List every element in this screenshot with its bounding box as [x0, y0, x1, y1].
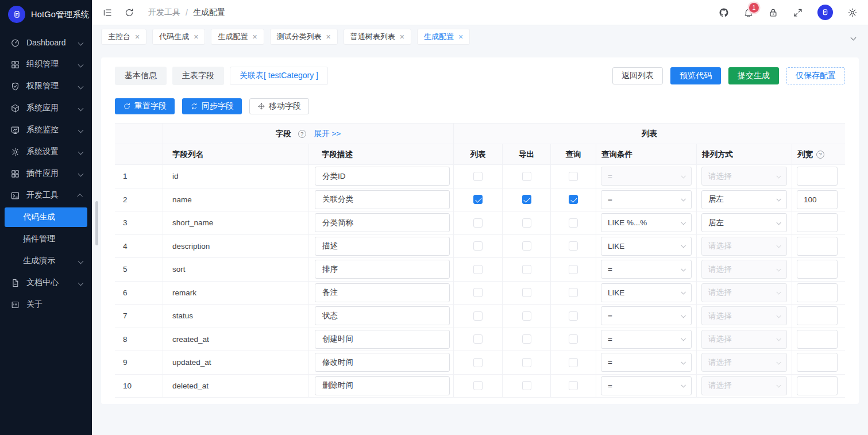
reset-fields-button[interactable]: 重置字段 — [115, 98, 175, 114]
align-select[interactable]: 请选择 — [701, 283, 787, 302]
query-condition-select[interactable]: LIKE — [601, 283, 692, 302]
help-icon[interactable]: ? — [816, 151, 824, 159]
user-avatar[interactable] — [817, 5, 833, 20]
field-desc-input[interactable] — [315, 330, 450, 349]
query-condition-select[interactable]: = — [601, 306, 692, 325]
query-checkbox[interactable] — [569, 195, 578, 204]
query-condition-select[interactable]: = — [601, 353, 692, 372]
export-checkbox[interactable] — [522, 265, 531, 274]
align-select[interactable]: 居左 — [701, 190, 787, 209]
sidebar-item[interactable]: 文档中心 — [0, 272, 92, 294]
field-desc-input[interactable] — [315, 306, 450, 325]
close-icon[interactable]: × — [252, 34, 257, 40]
page-tab[interactable]: 代码生成 × — [152, 29, 205, 45]
list-checkbox[interactable] — [473, 334, 483, 344]
page-tab[interactable]: 生成配置 × — [417, 29, 470, 45]
align-select[interactable]: 请选择 — [701, 237, 787, 256]
page-tab[interactable]: 主控台 × — [101, 29, 146, 45]
align-select[interactable]: 请选择 — [701, 167, 787, 186]
field-desc-input[interactable] — [315, 260, 450, 279]
page-tab[interactable]: 生成配置 × — [211, 29, 264, 45]
sidebar-item[interactable]: 权限管理 — [0, 75, 92, 97]
save-config-only-button[interactable]: 仅保存配置 — [786, 67, 845, 84]
align-select[interactable]: 请选择 — [701, 376, 787, 395]
align-select[interactable]: 居左 — [701, 213, 787, 232]
close-icon[interactable]: × — [400, 34, 404, 40]
query-condition-select[interactable]: LIKE %...% — [601, 213, 692, 232]
config-subtab[interactable]: 主表字段 — [172, 67, 224, 85]
list-checkbox[interactable] — [473, 311, 483, 321]
list-checkbox[interactable] — [473, 288, 483, 297]
query-condition-select[interactable]: = — [601, 330, 692, 349]
submit-generate-button[interactable]: 提交生成 — [728, 67, 779, 84]
close-icon[interactable]: × — [194, 34, 198, 40]
query-condition-select[interactable]: LIKE — [601, 237, 692, 256]
list-checkbox[interactable] — [473, 172, 483, 181]
list-checkbox[interactable] — [473, 358, 483, 367]
fullscreen-icon[interactable] — [793, 7, 803, 18]
query-checkbox[interactable] — [569, 241, 578, 251]
close-icon[interactable]: × — [458, 34, 463, 40]
list-checkbox[interactable] — [473, 195, 483, 204]
help-icon[interactable]: ? — [298, 130, 306, 138]
breadcrumb-section[interactable]: 开发工具 — [148, 7, 180, 18]
export-checkbox[interactable] — [522, 311, 531, 321]
close-icon[interactable]: × — [135, 34, 140, 40]
query-condition-select[interactable]: = — [601, 376, 692, 395]
export-checkbox[interactable] — [522, 218, 531, 228]
query-checkbox[interactable] — [569, 311, 578, 321]
sidebar-item[interactable]: 插件管理 — [0, 228, 92, 250]
export-checkbox[interactable] — [522, 195, 531, 204]
list-checkbox[interactable] — [473, 381, 483, 390]
column-width-input[interactable] — [797, 167, 838, 186]
export-checkbox[interactable] — [522, 288, 531, 297]
query-checkbox[interactable] — [569, 334, 578, 344]
column-width-input[interactable] — [797, 353, 838, 372]
column-width-input[interactable] — [797, 260, 838, 279]
column-width-input[interactable] — [797, 190, 838, 209]
logo[interactable]: HotGo管理系统 — [0, 0, 92, 29]
sidebar-item[interactable]: 系统监控 — [0, 119, 92, 141]
collapse-sidebar-icon[interactable] — [102, 7, 113, 18]
align-select[interactable]: 请选择 — [701, 260, 787, 279]
sidebar-item[interactable]: 组织管理 — [0, 53, 92, 75]
page-tab[interactable]: 普通树表列表 × — [344, 29, 411, 45]
query-condition-select[interactable]: = — [601, 167, 692, 186]
sidebar-item[interactable]: 生成演示 — [0, 250, 92, 272]
export-checkbox[interactable] — [522, 358, 531, 367]
export-checkbox[interactable] — [522, 241, 531, 251]
export-checkbox[interactable] — [522, 381, 531, 390]
github-icon[interactable] — [719, 7, 729, 18]
close-icon[interactable]: × — [326, 34, 331, 40]
query-checkbox[interactable] — [569, 265, 578, 274]
sidebar-item[interactable]: 系统应用 — [0, 97, 92, 119]
page-tab[interactable]: 测试分类列表 × — [270, 29, 338, 45]
preview-code-button[interactable]: 预览代码 — [670, 67, 721, 84]
field-desc-input[interactable] — [315, 167, 450, 186]
sidebar-item[interactable]: 开发工具 — [0, 184, 92, 206]
query-condition-select[interactable]: = — [601, 260, 692, 279]
query-checkbox[interactable] — [569, 381, 578, 390]
move-fields-button[interactable]: 移动字段 — [249, 98, 309, 114]
align-select[interactable]: 请选择 — [701, 330, 787, 349]
column-width-input[interactable] — [797, 306, 838, 325]
sidebar-item[interactable]: 插件应用 — [0, 163, 92, 184]
query-checkbox[interactable] — [569, 172, 578, 181]
config-subtab[interactable]: 关联表[ testCategory ] — [230, 67, 328, 85]
export-checkbox[interactable] — [522, 334, 531, 344]
scrollbar-thumb[interactable] — [95, 201, 98, 245]
notifications-bell-icon[interactable]: 1 — [743, 7, 754, 18]
back-to-list-button[interactable]: 返回列表 — [612, 67, 663, 84]
column-width-input[interactable] — [797, 330, 838, 349]
field-desc-input[interactable] — [315, 353, 450, 372]
column-width-input[interactable] — [797, 237, 838, 256]
query-condition-select[interactable]: = — [601, 190, 692, 209]
sync-fields-button[interactable]: 同步字段 — [182, 98, 242, 114]
list-checkbox[interactable] — [473, 265, 483, 274]
sidebar-item[interactable]: 代码生成 — [5, 207, 87, 227]
sidebar-item[interactable]: Dashboard — [0, 32, 92, 53]
column-width-input[interactable] — [797, 376, 838, 395]
align-select[interactable]: 请选择 — [701, 306, 787, 325]
align-select[interactable]: 请选择 — [701, 353, 787, 372]
field-desc-input[interactable] — [315, 190, 450, 209]
